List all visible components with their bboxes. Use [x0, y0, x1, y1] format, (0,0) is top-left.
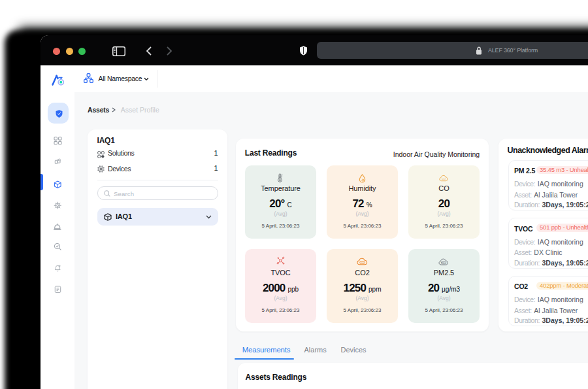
svg-text:CO: CO — [442, 178, 446, 181]
svg-text:PM2.5: PM2.5 — [441, 262, 447, 264]
svg-text:CO2: CO2 — [360, 262, 365, 264]
